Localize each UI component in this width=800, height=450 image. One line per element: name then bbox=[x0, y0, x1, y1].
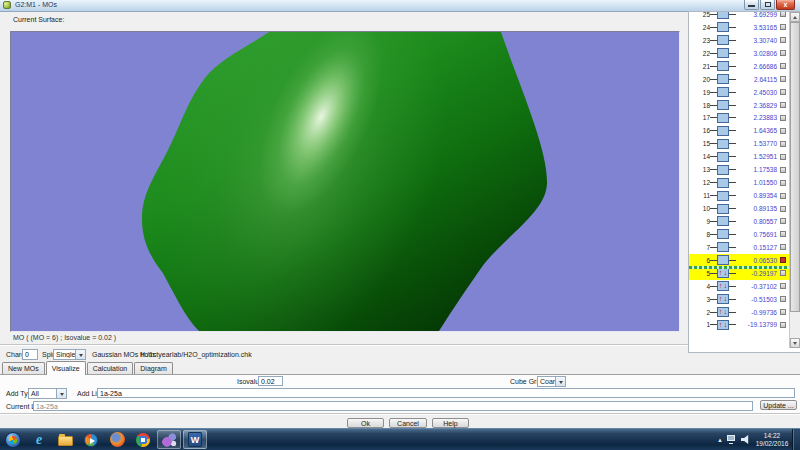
mo-row-15[interactable]: 151.53770 bbox=[689, 137, 789, 150]
mo-row-25[interactable]: 253.69299 bbox=[689, 11, 789, 21]
mo-visible-checkbox-7[interactable] bbox=[780, 244, 786, 250]
mo-visible-checkbox-20[interactable] bbox=[780, 76, 786, 82]
cancel-button[interactable]: Cancel bbox=[389, 418, 427, 428]
mo-visible-checkbox-17[interactable] bbox=[780, 115, 786, 121]
mo-row-17[interactable]: 172.23883 bbox=[689, 112, 789, 125]
volume-icon[interactable] bbox=[741, 435, 750, 444]
mo-visible-checkbox-6[interactable] bbox=[780, 257, 786, 263]
mo-visible-checkbox-10[interactable] bbox=[780, 206, 786, 212]
spin-dropdown-button[interactable] bbox=[75, 350, 85, 359]
mo-visible-checkbox-15[interactable] bbox=[780, 141, 786, 147]
mo-visible-checkbox-14[interactable] bbox=[780, 154, 786, 160]
mo-row-2[interactable]: 2↑↓-0.99736 bbox=[689, 306, 789, 319]
cube-grid-dropdown[interactable]: Coarse bbox=[537, 376, 566, 387]
taskbar-clock[interactable]: 14:22 19/02/2016 bbox=[754, 432, 790, 448]
mo-energy-value: 1.17538 bbox=[736, 166, 780, 173]
mo-visible-checkbox-21[interactable] bbox=[780, 63, 786, 69]
mo-row-20[interactable]: 202.64115 bbox=[689, 73, 789, 86]
mo-visible-checkbox-4[interactable] bbox=[780, 283, 786, 289]
mo-row-6[interactable]: 60.06530 bbox=[689, 254, 789, 267]
close-button[interactable]: x bbox=[776, 0, 795, 10]
mo-surface-viewport[interactable] bbox=[10, 31, 680, 332]
mo-visible-checkbox-1[interactable] bbox=[780, 322, 786, 328]
scroll-down-button[interactable] bbox=[790, 338, 800, 348]
update-button[interactable]: Update ... bbox=[760, 400, 797, 410]
network-icon[interactable] bbox=[727, 435, 737, 444]
mo-visible-checkbox-24[interactable] bbox=[780, 24, 786, 30]
help-button[interactable]: Help bbox=[432, 418, 469, 428]
mo-row-18[interactable]: 182.36829 bbox=[689, 99, 789, 112]
show-desktop-button[interactable] bbox=[792, 429, 800, 450]
mo-row-12[interactable]: 121.01550 bbox=[689, 176, 789, 189]
titlebar[interactable]: G2:M1 - MOs x bbox=[0, 0, 800, 12]
taskbar-explorer-button[interactable] bbox=[53, 430, 77, 449]
add-type-dropdown-button[interactable] bbox=[56, 389, 66, 398]
add-list-input[interactable] bbox=[97, 388, 795, 398]
taskbar-word-button[interactable] bbox=[183, 430, 207, 449]
isovalue-input[interactable] bbox=[258, 376, 283, 386]
mo-row-24[interactable]: 243.53165 bbox=[689, 21, 789, 34]
taskbar-firefox-button[interactable] bbox=[105, 430, 129, 449]
mo-visible-checkbox-8[interactable] bbox=[780, 231, 786, 237]
taskbar-chrome-button[interactable] bbox=[131, 430, 155, 449]
mo-row-16[interactable]: 161.64365 bbox=[689, 124, 789, 137]
mo-row-8[interactable]: 80.75691 bbox=[689, 228, 789, 241]
scrollbar-thumb[interactable] bbox=[790, 22, 800, 312]
taskbar-start-button[interactable] bbox=[1, 430, 25, 449]
mo-energy-value: 0.75691 bbox=[736, 231, 780, 238]
mo-visible-checkbox-9[interactable] bbox=[780, 218, 786, 224]
mo-row-23[interactable]: 233.30740 bbox=[689, 34, 789, 47]
mo-row-19[interactable]: 192.45030 bbox=[689, 86, 789, 99]
tab-visualize[interactable]: Visualize bbox=[46, 361, 86, 375]
level-line bbox=[710, 14, 717, 15]
spin-dropdown[interactable]: Singlet bbox=[53, 349, 86, 360]
mo-box-virtual bbox=[717, 255, 729, 265]
taskbar-wmp-button[interactable] bbox=[79, 430, 103, 449]
level-line bbox=[729, 260, 736, 261]
mo-row-22[interactable]: 223.02806 bbox=[689, 47, 789, 60]
mo-row-3[interactable]: 3↑↓-0.51503 bbox=[689, 293, 789, 306]
mo-box-virtual bbox=[717, 35, 729, 45]
level-line bbox=[710, 53, 717, 54]
mo-energy-value: 3.53165 bbox=[736, 24, 780, 31]
mo-row-10[interactable]: 100.89135 bbox=[689, 202, 789, 215]
mo-visible-checkbox-12[interactable] bbox=[780, 180, 786, 186]
ok-button[interactable]: Ok bbox=[347, 418, 384, 428]
mo-row-5[interactable]: 5↑↓-0.29197 bbox=[689, 267, 789, 280]
mo-row-1[interactable]: 1↑↓-19.13799 bbox=[689, 319, 789, 332]
mo-visible-checkbox-2[interactable] bbox=[780, 309, 786, 315]
add-type-dropdown[interactable]: All bbox=[28, 388, 67, 399]
mo-list-scrollbar[interactable] bbox=[789, 12, 800, 348]
mo-visible-checkbox-23[interactable] bbox=[780, 37, 786, 43]
minimize-button[interactable] bbox=[744, 0, 759, 10]
mo-visible-checkbox-11[interactable] bbox=[780, 193, 786, 199]
mo-row-11[interactable]: 110.89354 bbox=[689, 189, 789, 202]
mo-visible-checkbox-25[interactable] bbox=[780, 11, 786, 17]
mo-visible-checkbox-19[interactable] bbox=[780, 89, 786, 95]
mo-row-7[interactable]: 70.15127 bbox=[689, 241, 789, 254]
mo-visible-checkbox-18[interactable] bbox=[780, 102, 786, 108]
charge-input[interactable] bbox=[22, 349, 38, 360]
mo-visible-checkbox-5[interactable] bbox=[780, 270, 786, 276]
mo-energy-value: 1.01550 bbox=[736, 179, 780, 186]
mo-number: 23 bbox=[689, 37, 710, 44]
mo-visible-checkbox-16[interactable] bbox=[780, 128, 786, 134]
mo-row-21[interactable]: 212.66686 bbox=[689, 60, 789, 73]
mo-row-13[interactable]: 131.17538 bbox=[689, 163, 789, 176]
mo-number: 7 bbox=[689, 244, 710, 251]
mo-row-9[interactable]: 90.80557 bbox=[689, 215, 789, 228]
mo-number: 8 bbox=[689, 231, 710, 238]
mo-energy-value: -0.37102 bbox=[736, 283, 780, 290]
taskbar-gaussview-button[interactable] bbox=[157, 430, 181, 449]
mo-visible-checkbox-13[interactable] bbox=[780, 167, 786, 173]
maximize-button[interactable] bbox=[760, 0, 775, 10]
hidden-icons-arrow[interactable]: ▲ bbox=[715, 437, 725, 443]
mo-row-14[interactable]: 141.52951 bbox=[689, 150, 789, 163]
scroll-up-button[interactable] bbox=[790, 12, 800, 22]
current-list-input[interactable] bbox=[33, 401, 753, 411]
taskbar-ie-button[interactable]: e bbox=[27, 430, 51, 449]
mo-row-4[interactable]: 4↑↓-0.37102 bbox=[689, 280, 789, 293]
cube-grid-dropdown-button[interactable] bbox=[555, 377, 565, 386]
mo-visible-checkbox-3[interactable] bbox=[780, 296, 786, 302]
mo-visible-checkbox-22[interactable] bbox=[780, 50, 786, 56]
